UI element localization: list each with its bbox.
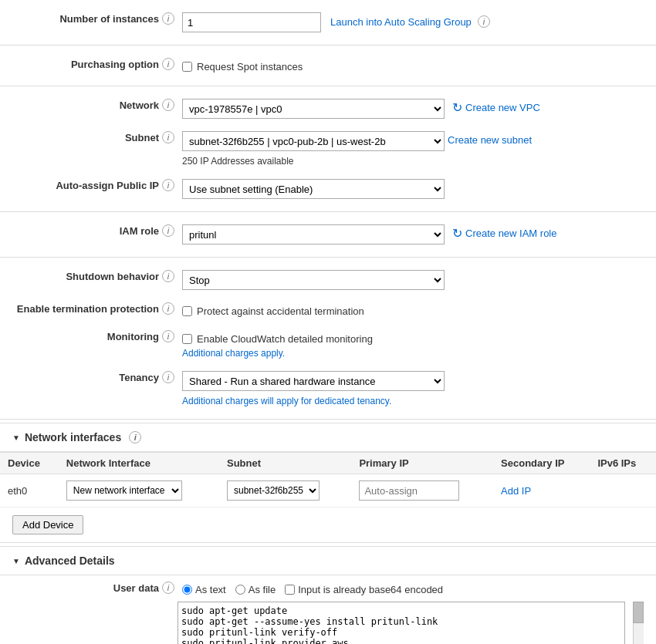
as-text-radio[interactable] <box>182 585 192 595</box>
advanced-details-header: ▼ Advanced Details <box>0 546 656 575</box>
table-row: eth0 New network interface subnet-32f6b2… <box>0 474 656 507</box>
auto-assign-ip-label: Auto-assign Public IP i <box>12 179 182 191</box>
col-header-subnet: Subnet <box>219 453 351 474</box>
as-text-option[interactable]: As text <box>182 584 226 595</box>
tenancy-label: Tenancy i <box>12 371 182 383</box>
iam-role-label: IAM role i <box>12 224 182 237</box>
network-select[interactable]: vpc-1978557e | vpc0 <box>182 99 445 119</box>
scrollbar-thumb <box>633 602 644 623</box>
subnet-info-icon[interactable]: i <box>162 131 174 143</box>
user-data-options-control: As text As file Input is already base64 … <box>182 582 644 595</box>
iam-role-select[interactable]: pritunl <box>182 224 445 244</box>
advanced-details-section: ▼ Advanced Details User data i As text A… <box>0 542 656 644</box>
shutdown-behavior-label: Shutdown behavior i <box>12 270 182 282</box>
monitoring-control: Enable CloudWatch detailed monitoring Ad… <box>182 330 644 359</box>
col-header-primary-ip: Primary IP <box>351 453 493 474</box>
number-of-instances-label: Number of instances i <box>12 12 182 25</box>
network-label: Network i <box>12 99 182 111</box>
subnet-select[interactable]: subnet-32f6b255 | vpc0-pub-2b | us-west-… <box>182 131 445 151</box>
auto-assign-ip-control: Use subnet setting (Enable) <box>182 179 644 199</box>
subnet-control: subnet-32f6b255 | vpc0-pub-2b | us-west-… <box>182 131 644 167</box>
ipv6-ips-cell <box>590 474 656 507</box>
number-of-instances-input[interactable] <box>182 12 321 32</box>
as-file-option[interactable]: As file <box>235 584 276 595</box>
monitoring-info-icon[interactable]: i <box>162 330 174 342</box>
col-header-secondary-ip: Secondary IP <box>493 453 590 474</box>
auto-assign-info-icon[interactable]: i <box>162 179 174 191</box>
number-of-instances-control: Launch into Auto Scaling Group i <box>182 12 644 32</box>
advanced-details-collapse-icon[interactable]: ▼ <box>12 557 20 565</box>
user-data-label: User data i <box>12 582 182 594</box>
add-device-button[interactable]: Add Device <box>12 515 83 534</box>
tenancy-control: Shared - Run a shared hardware instance … <box>182 371 644 406</box>
tenancy-select[interactable]: Shared - Run a shared hardware instance <box>182 371 445 391</box>
col-header-device: Device <box>0 453 59 474</box>
user-data-row: User data i As text As file Input is alr… <box>0 575 656 602</box>
secondary-ip-cell: Add IP <box>493 474 590 507</box>
add-ip-link[interactable]: Add IP <box>501 485 531 497</box>
user-data-textarea[interactable]: sudo apt-get update sudo apt-get --assum… <box>178 602 625 644</box>
network-interfaces-title: Network interfaces <box>25 431 121 443</box>
base64-option[interactable]: Input is already base64 encoded <box>285 584 443 595</box>
cloudwatch-monitoring-checkbox[interactable] <box>182 334 192 344</box>
termination-protection-info-icon[interactable]: i <box>162 302 174 315</box>
user-data-textarea-container: sudo apt-get update sudo apt-get --assum… <box>178 602 656 644</box>
user-data-info-icon[interactable]: i <box>162 582 174 594</box>
ip-available-text: 250 IP Addresses available <box>182 156 644 167</box>
shutdown-behavior-info-icon[interactable]: i <box>162 270 174 282</box>
iam-role-info-icon[interactable]: i <box>162 224 174 237</box>
network-interfaces-section-header: ▼ Network interfaces i <box>0 423 656 452</box>
subnet-label: Subnet i <box>12 131 182 143</box>
network-interfaces-collapse-icon[interactable]: ▼ <box>12 433 20 442</box>
spot-instances-checkbox[interactable] <box>182 62 192 72</box>
launch-asg-info-icon[interactable]: i <box>478 15 490 28</box>
network-refresh-icon[interactable]: ↻ <box>452 99 462 115</box>
as-file-radio[interactable] <box>235 585 245 595</box>
device-cell: eth0 <box>0 474 59 507</box>
create-iam-role-link[interactable]: Create new IAM role <box>465 224 557 239</box>
number-of-instances-info-icon[interactable]: i <box>162 12 174 25</box>
network-interface-cell: New network interface <box>59 474 219 507</box>
launch-asg-link[interactable]: Launch into Auto Scaling Group i <box>330 12 490 28</box>
termination-protection-checkbox[interactable] <box>182 306 192 316</box>
ni-subnet-select[interactable]: subnet-32f6b255 <box>227 480 320 501</box>
iam-refresh-icon[interactable]: ↻ <box>452 224 462 241</box>
auto-assign-ip-select[interactable]: Use subnet setting (Enable) <box>182 179 445 199</box>
tenancy-note-text: Additional charges will apply for dedica… <box>182 396 644 406</box>
purchasing-option-label: Purchasing option i <box>12 58 182 70</box>
monitoring-label: Monitoring i <box>12 330 182 342</box>
tenancy-info-icon[interactable]: i <box>162 371 174 383</box>
purchasing-option-control: Request Spot instances <box>182 58 644 72</box>
network-info-icon[interactable]: i <box>162 99 174 111</box>
base64-checkbox[interactable] <box>285 585 295 595</box>
add-device-container: Add Device <box>0 507 656 542</box>
advanced-details-title: Advanced Details <box>25 555 115 567</box>
col-header-ipv6-ips: IPv6 IPs <box>590 453 656 474</box>
create-subnet-link[interactable]: Create new subnet <box>448 131 532 146</box>
network-interfaces-table: Device Network Interface Subnet Primary … <box>0 452 656 507</box>
user-data-radio-group: As text As file Input is already base64 … <box>182 582 443 595</box>
network-interface-select[interactable]: New network interface <box>66 480 182 501</box>
shutdown-behavior-select[interactable]: Stop <box>182 270 445 290</box>
monitoring-charges-link[interactable]: Additional charges apply. <box>182 348 644 359</box>
network-control: vpc-1978557e | vpc0 ↻ Create new VPC <box>182 99 644 119</box>
network-interfaces-info-icon[interactable]: i <box>129 431 141 443</box>
termination-protection-control: Protect against accidental termination <box>182 302 644 317</box>
create-vpc-link[interactable]: Create new VPC <box>465 99 540 113</box>
primary-ip-input[interactable] <box>359 480 459 501</box>
textarea-scrollbar <box>633 602 644 644</box>
primary-ip-cell <box>351 474 493 507</box>
shutdown-behavior-control: Stop <box>182 270 644 290</box>
purchasing-option-info-icon[interactable]: i <box>162 58 174 70</box>
iam-role-control: pritunl ↻ Create new IAM role <box>182 224 644 244</box>
subnet-cell: subnet-32f6b255 <box>219 474 351 507</box>
termination-protection-label: Enable termination protection i <box>12 302 182 315</box>
col-header-network-interface: Network Interface <box>59 453 219 474</box>
